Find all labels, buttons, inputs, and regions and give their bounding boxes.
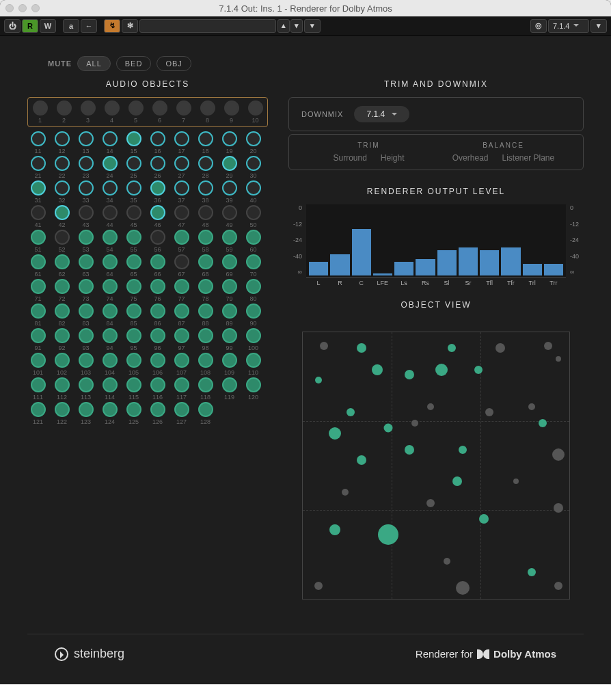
object-slot[interactable]: 90 bbox=[243, 304, 264, 327]
preset-field[interactable] bbox=[139, 19, 276, 33]
bed-slot[interactable]: 3 bbox=[77, 100, 98, 124]
object-slot[interactable]: 110 bbox=[243, 353, 264, 376]
object-slot[interactable]: 61 bbox=[27, 254, 49, 278]
object-slot[interactable]: 59 bbox=[219, 230, 240, 253]
object-slot[interactable]: 36 bbox=[147, 180, 168, 204]
bed-slot[interactable]: 10 bbox=[245, 100, 266, 124]
object-slot[interactable]: 98 bbox=[195, 328, 216, 351]
minimize-icon[interactable] bbox=[18, 4, 27, 12]
object-slot[interactable]: 119 bbox=[219, 377, 240, 401]
object-slot[interactable]: 29 bbox=[219, 156, 240, 179]
preset-up-button[interactable]: ▴ bbox=[277, 19, 290, 33]
bed-slot[interactable]: 6 bbox=[149, 100, 170, 124]
object-slot[interactable]: 13 bbox=[75, 131, 96, 154]
object-slot[interactable]: 123 bbox=[75, 402, 96, 425]
object-slot[interactable]: 49 bbox=[219, 205, 240, 228]
object-slot[interactable]: 67 bbox=[171, 254, 192, 278]
object-slot[interactable]: 52 bbox=[51, 230, 72, 253]
object-slot[interactable]: 105 bbox=[123, 353, 144, 376]
object-slot[interactable]: 15 bbox=[123, 131, 144, 154]
object-slot[interactable]: 51 bbox=[27, 230, 49, 253]
object-slot[interactable]: 91 bbox=[27, 328, 49, 351]
object-slot[interactable]: 48 bbox=[195, 205, 216, 228]
object-slot[interactable]: 97 bbox=[171, 328, 192, 351]
object-slot[interactable]: 18 bbox=[195, 131, 216, 154]
read-automation-button[interactable]: R bbox=[22, 19, 38, 33]
object-slot[interactable]: 115 bbox=[123, 377, 144, 401]
object-slot[interactable]: 56 bbox=[147, 230, 168, 253]
object-slot[interactable]: 65 bbox=[123, 254, 144, 278]
object-slot[interactable]: 109 bbox=[219, 353, 240, 376]
object-slot[interactable]: 80 bbox=[243, 279, 264, 302]
object-slot[interactable]: 40 bbox=[243, 180, 264, 204]
trim-surround[interactable]: Surround bbox=[333, 153, 366, 163]
object-slot[interactable]: 114 bbox=[99, 377, 120, 401]
object-slot[interactable]: 58 bbox=[195, 230, 216, 253]
object-slot[interactable]: 81 bbox=[27, 304, 49, 327]
close-icon[interactable] bbox=[5, 4, 14, 12]
object-slot[interactable]: 103 bbox=[75, 353, 96, 376]
preset-down-button[interactable]: ▾ bbox=[290, 19, 303, 33]
object-slot[interactable]: 118 bbox=[195, 377, 216, 401]
object-slot[interactable]: 106 bbox=[147, 353, 168, 376]
bed-slot[interactable]: 4 bbox=[101, 100, 122, 124]
object-slot[interactable]: 54 bbox=[99, 230, 120, 253]
object-slot[interactable]: 12 bbox=[51, 131, 72, 154]
object-slot[interactable]: 101 bbox=[27, 353, 49, 376]
object-slot[interactable]: 34 bbox=[99, 180, 120, 204]
power-button[interactable]: ⏻ bbox=[4, 19, 21, 33]
object-slot[interactable]: 55 bbox=[123, 230, 144, 253]
bed-slot[interactable]: 9 bbox=[221, 100, 242, 124]
object-slot[interactable]: 32 bbox=[51, 180, 72, 204]
object-slot[interactable]: 19 bbox=[219, 131, 240, 154]
object-slot[interactable]: 122 bbox=[51, 402, 72, 425]
bed-slot[interactable]: 7 bbox=[173, 100, 194, 124]
object-slot[interactable]: 47 bbox=[171, 205, 192, 228]
settings-button[interactable]: ✻ bbox=[122, 19, 138, 33]
object-slot[interactable]: 99 bbox=[219, 328, 240, 351]
object-slot[interactable]: 16 bbox=[147, 131, 168, 154]
object-slot[interactable]: 121 bbox=[27, 402, 49, 425]
object-slot[interactable]: 53 bbox=[75, 230, 96, 253]
object-slot[interactable]: 28 bbox=[195, 156, 216, 179]
object-slot[interactable]: 45 bbox=[123, 205, 144, 228]
object-slot[interactable]: 77 bbox=[171, 279, 192, 302]
object-slot[interactable]: 124 bbox=[99, 402, 120, 425]
mute-all-button[interactable]: ALL bbox=[77, 56, 111, 71]
bed-slot[interactable]: 1 bbox=[29, 100, 51, 124]
object-slot[interactable]: 62 bbox=[51, 254, 72, 278]
object-slot[interactable]: 21 bbox=[27, 156, 49, 179]
object-slot[interactable]: 85 bbox=[123, 304, 144, 327]
object-slot[interactable]: 126 bbox=[147, 402, 168, 425]
object-slot[interactable]: 74 bbox=[99, 279, 120, 302]
object-slot[interactable]: 23 bbox=[75, 156, 96, 179]
object-slot[interactable]: 20 bbox=[243, 131, 264, 154]
object-slot[interactable]: 76 bbox=[147, 279, 168, 302]
titlebar[interactable]: 7.1.4 Out: Ins. 1 - Renderer for Dolby A… bbox=[0, 0, 611, 16]
format-dropdown[interactable]: 7.1.4 bbox=[548, 19, 589, 33]
object-slot[interactable]: 64 bbox=[99, 254, 120, 278]
object-slot[interactable]: 112 bbox=[51, 377, 72, 401]
object-slot[interactable]: 22 bbox=[51, 156, 72, 179]
object-slot[interactable]: 63 bbox=[75, 254, 96, 278]
bed-slot[interactable]: 8 bbox=[197, 100, 218, 124]
mute-obj-button[interactable]: OBJ bbox=[157, 56, 191, 71]
object-slot[interactable]: 95 bbox=[123, 328, 144, 351]
trim-height[interactable]: Height bbox=[381, 153, 405, 163]
object-slot[interactable]: 83 bbox=[75, 304, 96, 327]
object-slot[interactable]: 30 bbox=[243, 156, 264, 179]
object-slot[interactable]: 44 bbox=[99, 205, 120, 228]
object-slot[interactable]: 125 bbox=[123, 402, 144, 425]
object-slot[interactable]: 46 bbox=[147, 205, 168, 228]
object-slot[interactable]: 87 bbox=[171, 304, 192, 327]
object-slot[interactable]: 116 bbox=[147, 377, 168, 401]
object-slot[interactable]: 69 bbox=[219, 254, 240, 278]
object-slot[interactable]: 79 bbox=[219, 279, 240, 302]
object-slot[interactable]: 35 bbox=[123, 180, 144, 204]
object-slot[interactable]: 24 bbox=[99, 156, 120, 179]
object-slot[interactable]: 60 bbox=[243, 230, 264, 253]
bed-slot[interactable]: 2 bbox=[53, 100, 74, 124]
object-slot[interactable]: 111 bbox=[27, 377, 49, 401]
object-slot[interactable]: 31 bbox=[27, 180, 49, 204]
object-slot[interactable]: 14 bbox=[99, 131, 120, 154]
